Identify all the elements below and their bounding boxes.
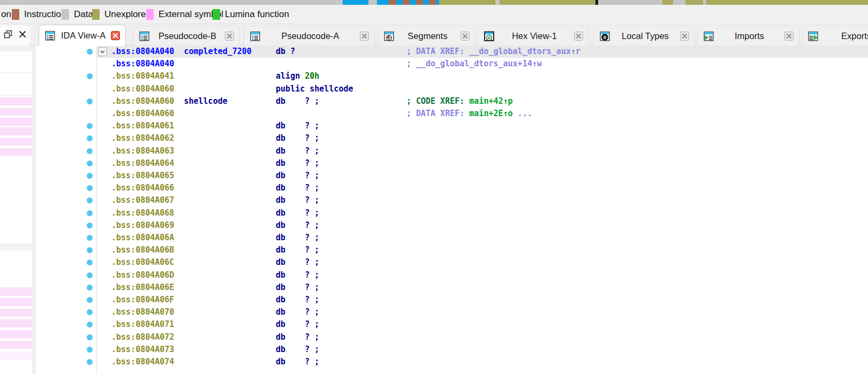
tab-close-icon[interactable] (111, 31, 120, 40)
asm-line[interactable]: .bss:0804A073 db ? ; (36, 344, 868, 356)
navband-segment[interactable] (396, 0, 403, 5)
navband-segment[interactable] (706, 0, 868, 5)
sidebar-list-item[interactable] (0, 148, 32, 156)
asm-address: .bss:0804A06C (111, 257, 174, 267)
asm-token: ? (305, 146, 310, 156)
asm-comment: ; DATA XREF: (406, 109, 469, 118)
sidebar-list-item[interactable] (0, 330, 32, 338)
sidebar-list-item[interactable] (0, 352, 32, 360)
asm-line[interactable]: .bss:0804A066 db ? ; (36, 182, 868, 194)
asm-token: completed_7200 (184, 47, 251, 56)
tab-imports[interactable]: Imports (697, 26, 799, 45)
disassembly-listing[interactable]: .bss:0804A040 completed_7200 db ? ; DATA… (36, 45, 868, 374)
navband-segment[interactable] (662, 0, 673, 5)
tab-label: Local Types (610, 31, 680, 41)
asm-token: ; (314, 133, 319, 143)
asm-line[interactable]: .bss:0804A06A db ? ; (36, 232, 868, 244)
sidebar-list-item[interactable] (0, 108, 32, 116)
tab-close-icon[interactable] (574, 32, 583, 41)
navband-segment[interactable] (598, 0, 662, 5)
navband-segment[interactable] (673, 0, 685, 5)
asm-line[interactable]: .bss:0804A067 db ? ; (36, 194, 868, 207)
navband-segment[interactable] (439, 0, 495, 5)
tab-ida-view-a[interactable]: IDA View-A (39, 25, 126, 46)
sidebar-list-item[interactable] (0, 341, 32, 349)
tab-pseudocode-b[interactable]: Pseudocode-B (133, 26, 240, 45)
asm-line[interactable]: .bss:0804A068 db ? ; (36, 207, 868, 219)
tab-exports[interactable]: Exports (802, 26, 868, 45)
tab-local-types[interactable]: 0Local Types (593, 26, 695, 45)
sidebar-list-item[interactable] (0, 97, 32, 105)
asm-line[interactable]: .bss:0804A061 db ? ; (36, 120, 868, 132)
line-marker-dot-icon (87, 161, 93, 166)
sidebar-scroll-gutter[interactable] (32, 45, 36, 374)
tab-close-icon[interactable] (784, 32, 794, 41)
asm-token: db (276, 245, 285, 255)
asm-line[interactable]: .bss:0804A06B db ? ; (36, 244, 868, 256)
tab-close-icon[interactable] (680, 32, 689, 41)
navband-segment[interactable] (685, 0, 703, 5)
navigator-band[interactable] (0, 0, 868, 5)
navband-segment[interactable] (500, 0, 595, 5)
tab-pseudocode-a[interactable]: Pseudocode-A (244, 26, 375, 45)
asm-line[interactable]: .bss:0804A071 db ? ; (36, 318, 868, 331)
navband-segment[interactable] (0, 0, 343, 5)
asm-line[interactable]: .bss:0804A065 db ? ; (36, 170, 868, 182)
sidebar-list-item[interactable] (0, 138, 32, 146)
asm-line[interactable]: .bss:0804A060 shellcode db ? ; ; CODE XR… (36, 95, 868, 108)
navband-segment[interactable] (429, 0, 436, 5)
line-marker-dot-icon (87, 185, 93, 191)
asm-line[interactable]: .bss:0804A069 db ? ; (36, 219, 868, 232)
tab-label: Segments (395, 31, 461, 41)
asm-line[interactable]: .bss:0804A062 db ? ; (36, 132, 868, 144)
collapse-chevron-icon[interactable] (98, 47, 107, 56)
navband-segment[interactable] (403, 0, 410, 5)
close-icon[interactable] (18, 30, 27, 41)
asm-line[interactable]: .bss:0804A06C db ? ; (36, 256, 868, 269)
asm-line[interactable]: .bss:0804A070 db ? ; (36, 306, 868, 318)
navband-segment[interactable] (410, 0, 416, 5)
asm-line[interactable]: .bss:0804A06E db ? ; (36, 281, 868, 294)
sidebar-list-item[interactable] (0, 319, 32, 327)
asm-token: ? (305, 195, 310, 205)
tab-segments[interactable]: Segments (378, 26, 475, 45)
line-marker-dot-icon (87, 247, 93, 253)
asm-line[interactable]: .bss:0804A06D db ? ; (36, 269, 868, 281)
sidebar-list-item[interactable] (0, 127, 32, 135)
asm-line[interactable]: .bss:0804A060 public shellcode (36, 83, 868, 95)
tab-close-icon[interactable] (360, 32, 369, 41)
tab-hex-view-1[interactable]: Hex View-1 (478, 26, 589, 45)
asm-line-text: .bss:0804A063 db ? ; (111, 145, 319, 157)
navband-segment[interactable] (368, 0, 377, 5)
navband-segment[interactable] (416, 0, 423, 5)
asm-line[interactable]: .bss:0804A041 align 20h (36, 70, 868, 82)
navband-segment[interactable] (377, 0, 389, 5)
asm-line[interactable]: .bss:0804A063 db ? ; (36, 145, 868, 157)
sidebar-list-item[interactable] (0, 118, 32, 126)
asm-line-text: .bss:0804A060 public shellcode (111, 83, 353, 95)
navband-segment[interactable] (423, 0, 429, 5)
functions-panel[interactable] (0, 45, 32, 374)
sidebar-list-item[interactable] (0, 309, 32, 317)
navband-segment[interactable] (495, 0, 500, 5)
sidebar-list-item[interactable] (0, 287, 32, 296)
asm-comment: main+42↑p (469, 96, 512, 106)
asm-line[interactable]: .bss:0804A06F db ? ; (36, 294, 868, 306)
tab-close-icon[interactable] (225, 32, 234, 41)
asm-line[interactable]: .bss:0804A040 completed_7200 db ? ; DATA… (36, 45, 868, 58)
line-marker-dot-icon (87, 334, 93, 340)
asm-line[interactable]: .bss:0804A040 ; __do_global_dtors_aux+14… (36, 58, 868, 70)
sidebar-list-item[interactable] (0, 298, 32, 306)
asm-line-text: .bss:0804A073 db ? ; (111, 344, 319, 356)
navband-segment[interactable] (343, 0, 368, 5)
asm-line[interactable]: .bss:0804A074 db ? ; (36, 356, 868, 368)
asm-line[interactable]: .bss:0804A072 db ? ; (36, 331, 868, 344)
asm-token: ? (305, 121, 310, 131)
navband-segment[interactable] (389, 0, 396, 5)
asm-line-text: .bss:0804A068 db ? ; (111, 207, 319, 219)
asm-line[interactable]: .bss:0804A060 ; DATA XREF: main+2E↑o ... (36, 108, 868, 120)
asm-line[interactable]: .bss:0804A064 db ? ; (36, 157, 868, 170)
tab-close-icon[interactable] (461, 32, 470, 41)
sidebar-list-item[interactable] (0, 243, 32, 250)
float-window-icon[interactable] (3, 29, 13, 41)
